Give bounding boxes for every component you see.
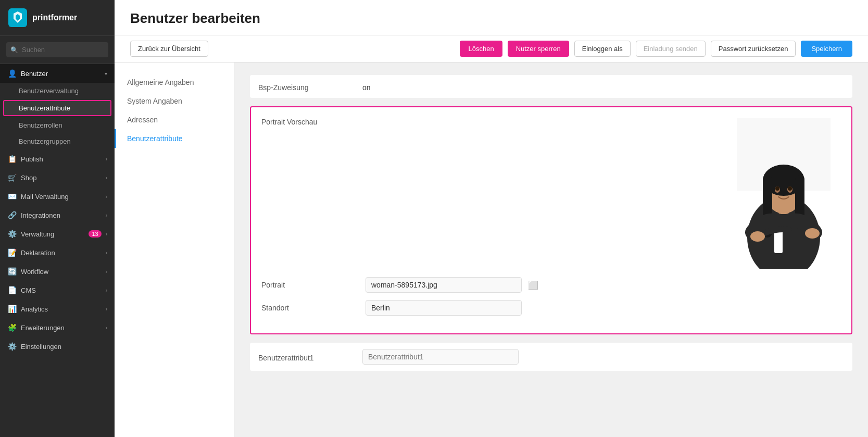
chevron-right-icon9: ›	[106, 306, 107, 312]
lock-button[interactable]: Nutzer sperren	[508, 41, 569, 57]
login-button[interactable]: Einloggen als	[574, 41, 631, 57]
search-icon: 🔍	[10, 46, 18, 54]
content-area: Allgemeine Angaben System Angaben Adress…	[115, 63, 868, 437]
shop-icon: 🛒	[7, 173, 17, 182]
search-input[interactable]	[6, 42, 108, 57]
toolbar: Zurück zur Übersicht Löschen Nutzer sper…	[115, 35, 868, 63]
sidebar-item-benutzerverwaltung[interactable]: Benutzerverwaltung	[0, 83, 115, 99]
invite-button[interactable]: Einladung senden	[636, 41, 706, 57]
sidebar-item-benutzergruppen[interactable]: Benutzergruppen	[0, 133, 115, 149]
user-icon: 👤	[7, 69, 17, 78]
logo-text: printformer	[32, 13, 77, 22]
publish-icon: 📋	[7, 154, 17, 164]
chevron-right-icon2: ›	[106, 175, 107, 181]
deklaration-icon: 📝	[7, 248, 17, 257]
integrations-icon: 🔗	[7, 210, 17, 220]
logo-icon	[8, 8, 27, 27]
sidebar-item-benutzerrollen[interactable]: Benutzerrollen	[0, 117, 115, 133]
svg-point-14	[750, 231, 765, 242]
sidebar-item-benutzer[interactable]: 👤 Benutzer ▾	[0, 64, 115, 83]
sidebar-item-integrationen[interactable]: 🔗 Integrationen ›	[0, 206, 115, 224]
svg-point-13	[788, 186, 792, 191]
sidebar-item-mail[interactable]: ✉️ Mail Verwaltung ›	[0, 187, 115, 206]
portrait-preview-label: Portrait Vorschau	[261, 118, 366, 126]
chevron-right-icon4: ›	[106, 213, 107, 218]
cms-icon: 📄	[7, 285, 17, 295]
standort-input[interactable]	[366, 300, 522, 316]
portrait-preview-row: Portrait Vorschau	[261, 118, 841, 269]
page-title: Benutzer bearbeiten	[130, 10, 852, 27]
delete-button[interactable]: Löschen	[460, 41, 502, 57]
portrait-image	[737, 118, 831, 269]
portrait-field-label: Portrait	[261, 281, 366, 289]
bsp-label: Bsp-Zuweisung	[258, 81, 362, 92]
sidebar-item-deklaration[interactable]: 📝 Deklaration ›	[0, 243, 115, 262]
sidebar: printformer 🔍 👤 Benutzer ▾ Benutzerverwa…	[0, 0, 115, 437]
nav-system[interactable]: System Angaben	[115, 92, 234, 110]
sidebar-item-verwaltung[interactable]: ⚙️ Verwaltung 13 ›	[0, 224, 115, 243]
sidebar-item-einstellungen[interactable]: ⚙️ Einstellungen	[0, 337, 115, 356]
form-nav: Allgemeine Angaben System Angaben Adress…	[115, 63, 234, 437]
verwaltung-icon: ⚙️	[7, 229, 17, 239]
chevron-right-icon7: ›	[106, 269, 107, 274]
page-header: Benutzer bearbeiten	[115, 0, 868, 35]
bsp-row: Bsp-Zuweisung on	[250, 75, 852, 98]
sidebar-item-erweiterungen[interactable]: 🧩 Erweiterungen ›	[0, 318, 115, 337]
benutzerattribut1-label: Benutzerattribut1	[258, 352, 362, 362]
search-area: 🔍	[0, 36, 115, 64]
benutzerattribut1-input[interactable]	[362, 349, 519, 365]
password-button[interactable]: Passwort zurücksetzen	[711, 41, 796, 57]
portrait-card: Portrait Vorschau	[250, 106, 852, 334]
sidebar-item-publish[interactable]: 📋 Publish ›	[0, 149, 115, 168]
erweiterungen-icon: 🧩	[7, 323, 17, 332]
chevron-down-icon: ▾	[105, 71, 107, 77]
chevron-right-icon10: ›	[106, 325, 107, 331]
logo-area: printformer	[0, 0, 115, 36]
standort-label: Standort	[261, 304, 366, 312]
portrait-image-box	[366, 118, 841, 269]
nav-benutzerattribute[interactable]: Benutzerattribute	[115, 129, 234, 148]
copy-icon[interactable]: ⬜	[528, 280, 538, 290]
form-area: Bsp-Zuweisung on Portrait Vorschau	[234, 63, 868, 437]
sidebar-item-shop[interactable]: 🛒 Shop ›	[0, 168, 115, 187]
sidebar-item-cms[interactable]: 📄 CMS ›	[0, 281, 115, 299]
sidebar-item-analytics[interactable]: 📊 Analytics ›	[0, 299, 115, 318]
svg-point-15	[805, 228, 820, 239]
standort-field-row: Standort	[261, 300, 841, 316]
einstellungen-icon: ⚙️	[7, 342, 17, 351]
chevron-right-icon6: ›	[106, 250, 107, 256]
sidebar-item-workflow[interactable]: 🔄 Workflow ›	[0, 262, 115, 281]
workflow-icon: 🔄	[7, 267, 17, 276]
save-button[interactable]: Speichern	[801, 41, 852, 57]
benutzerattribut1-row: Benutzerattribut1	[250, 343, 852, 371]
mail-icon: ✉️	[7, 192, 17, 201]
nav-allgemeine[interactable]: Allgemeine Angaben	[115, 73, 234, 92]
back-button[interactable]: Zurück zur Übersicht	[130, 41, 208, 57]
bsp-value: on	[362, 81, 844, 92]
svg-point-12	[775, 186, 779, 191]
portrait-input[interactable]	[366, 277, 522, 293]
chevron-right-icon5: ›	[106, 231, 107, 237]
chevron-right-icon8: ›	[106, 288, 107, 293]
main-content: Benutzer bearbeiten Zurück zur Übersicht…	[115, 0, 868, 437]
portrait-field-row: Portrait ⬜	[261, 277, 841, 293]
chevron-right-icon: ›	[106, 156, 107, 162]
analytics-icon: 📊	[7, 304, 17, 314]
chevron-right-icon3: ›	[106, 194, 107, 199]
nav-adressen[interactable]: Adressen	[115, 110, 234, 129]
sidebar-item-benutzerattribute[interactable]: Benutzerattribute	[3, 100, 111, 116]
